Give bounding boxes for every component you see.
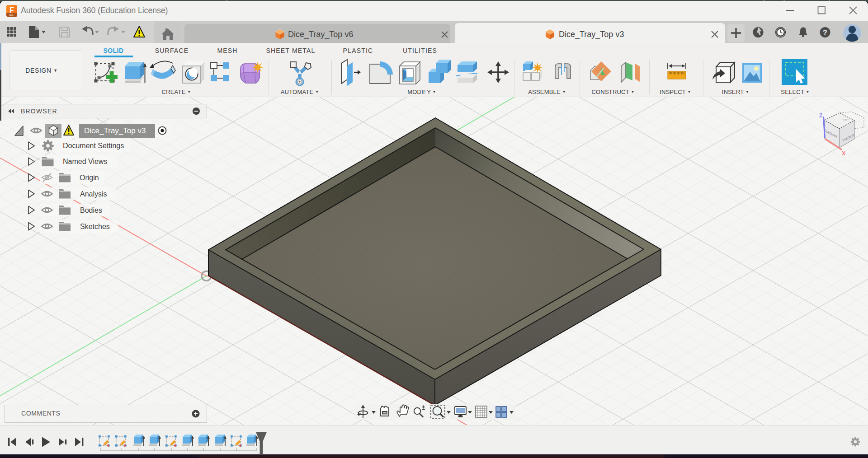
svg-text:?: ? bbox=[823, 29, 827, 37]
svg-text:X: X bbox=[842, 150, 846, 157]
svg-text:F: F bbox=[9, 6, 14, 14]
svg-text:Z: Z bbox=[819, 112, 822, 119]
svg-text:360: 360 bbox=[9, 14, 14, 17]
